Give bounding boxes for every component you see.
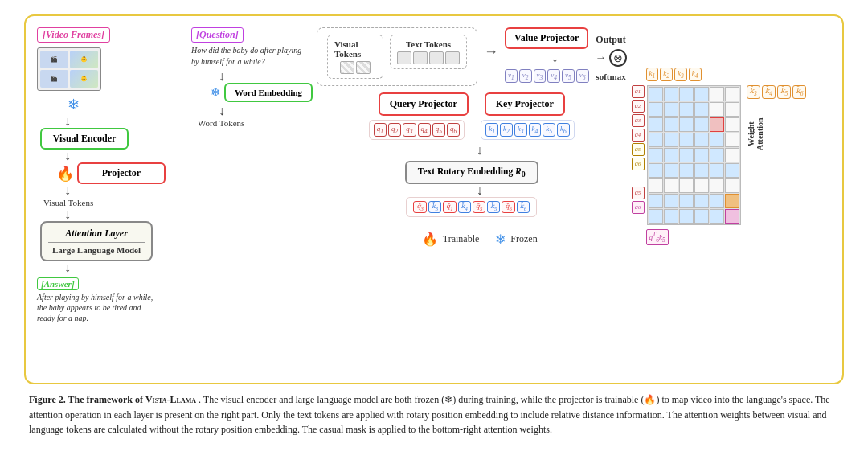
text-tokens-header: Text Tokens: [406, 39, 451, 49]
arrow-down-3: ↓: [64, 184, 71, 197]
q-tok-2: q2: [388, 123, 401, 137]
page-container: [Video Frames] 🎬 👶 🎬 👶 ❄ ↓ Visual Encode…: [0, 0, 868, 452]
q-tok-6: q6: [447, 123, 460, 137]
frozen-label: Frozen: [510, 233, 537, 245]
k-tok-4: k4: [529, 123, 542, 137]
visual-tokens-header: Visual Tokens: [334, 39, 376, 59]
snowflake-icon-word: ❄: [211, 85, 221, 100]
qk-k4: k̄4: [458, 201, 471, 213]
qk-q3: q̄3: [413, 201, 426, 213]
video-frames-label: [Video Frames]: [37, 27, 110, 43]
caption-name: Vista-Llama: [145, 394, 196, 405]
q-tok-5: q5: [432, 123, 445, 137]
trainable-label: Trainable: [443, 233, 480, 245]
video-frame-1: 🎬: [40, 51, 68, 68]
q-side-4: q4: [632, 129, 645, 142]
diagram-area: [Video Frames] 🎬 👶 🎬 👶 ❄ ↓ Visual Encode…: [24, 14, 844, 384]
caption-bold-text: The framework of: [68, 394, 145, 405]
arrow-down-1: ↓: [64, 115, 71, 128]
visual-encoder-box: Visual Encoder: [40, 128, 129, 150]
value-projector-box: Value Projector: [505, 27, 588, 49]
qk-k3: k̄3: [428, 201, 441, 213]
mid-left-column: [Question] How did the baby do after pla…: [191, 24, 312, 375]
output-label: Output: [596, 34, 625, 46]
query-projector-box: Query Projector: [379, 92, 469, 116]
q-side-5: q5: [632, 143, 645, 156]
attention-weight-label: AttentionWeight: [747, 102, 764, 166]
figure-number: Figure 2.: [29, 394, 68, 405]
v-token-1: v1: [505, 69, 518, 83]
k-top-2: k2: [660, 68, 673, 81]
text-token-2: [413, 51, 428, 64]
attention-layer-label: Attention Layer: [48, 228, 145, 240]
flame-icon-projector: 🔥: [56, 165, 74, 183]
q-side-labels: q1 q2 q3 q4 q5 q6 q5 q6: [632, 85, 645, 214]
v-token-6: v6: [576, 69, 589, 83]
k-tok-3: k3: [514, 123, 527, 137]
qk-k5: k̄5: [487, 201, 500, 213]
right-column: k1 k2 k3 k4 q1 q2 q3 q4 q5 q6 q5: [632, 24, 857, 375]
answer-label: [Answer]: [37, 277, 79, 290]
k-right-3: k̄3: [747, 85, 760, 99]
frozen-legend: ❄ Frozen: [495, 232, 537, 247]
question-text: How did the baby do after playing by him…: [191, 45, 304, 68]
arrow-down-2: ↓: [64, 150, 71, 162]
qk-q1: q̄1: [443, 201, 456, 213]
trainable-legend: 🔥 Trainable: [422, 232, 480, 247]
k-tok-5: k5: [542, 123, 555, 137]
word-embedding-box: Word Embedding: [224, 83, 313, 102]
qk-k6: k̄6: [517, 201, 530, 213]
visual-token-1: [340, 61, 354, 74]
visual-tokens-group: Visual Tokens: [327, 35, 383, 79]
v-token-2: v2: [519, 69, 532, 83]
center-column: Visual Tokens Text Tokens: [317, 24, 627, 375]
arrow-to-rotary: ↓: [477, 144, 483, 157]
k-right-6: k̄6: [792, 85, 806, 99]
text-token-4: [445, 51, 460, 64]
rotary-box: Text Rotary Embedding Rθ: [405, 161, 538, 184]
llm-label: Large Language Model: [48, 245, 145, 255]
tokens-box: Visual Tokens Text Tokens: [317, 27, 477, 86]
video-frames-box: 🎬 👶 🎬 👶: [37, 47, 101, 91]
word-tokens-label: Word Tokens: [198, 118, 244, 128]
q-side-1: q1: [632, 85, 645, 98]
arrow-down-5: ↓: [64, 261, 71, 274]
qk-q5: q̄5: [473, 201, 485, 213]
visual-token-cells: [340, 61, 371, 74]
answer-text: After playing by himself for a while, th…: [37, 292, 158, 323]
k-tok-2: k2: [500, 123, 513, 137]
key-projector-box: Key Projector: [485, 92, 565, 116]
arrow-down-4: ↓: [64, 208, 71, 221]
video-frame-2: 👶: [70, 51, 98, 68]
attention-model-box: Attention Layer Large Language Model: [40, 221, 153, 261]
arrow-down-q1: ↓: [219, 70, 225, 83]
q-side-3: q3: [632, 114, 645, 127]
visual-token-2: [356, 61, 371, 74]
snowflake-icon-visual: ❄: [68, 96, 80, 113]
q-tok-1: q1: [374, 123, 387, 137]
arrow-down-q2: ↓: [219, 105, 225, 117]
text-tokens-group: Text Tokens: [390, 35, 467, 69]
left-column: [Video Frames] 🎬 👶 🎬 👶 ❄ ↓ Visual Encode…: [34, 24, 194, 375]
qk-q6: q̄6: [502, 201, 514, 213]
multiply-circle: ⊗: [609, 49, 627, 67]
legend-row: 🔥 Trainable ❄ Frozen: [406, 232, 538, 247]
q-side-9: q6: [632, 201, 645, 214]
q-side-2: q2: [632, 100, 645, 113]
k-top-3: k3: [674, 68, 687, 81]
arrow-from-value: ↓: [551, 51, 558, 64]
video-frame-3: 🎬: [40, 70, 68, 88]
k-right-4: k̄4: [762, 85, 776, 99]
visual-tokens-label: Visual Tokens: [43, 198, 93, 207]
text-token-1: [397, 51, 411, 64]
snowflake-icon-legend: ❄: [495, 232, 506, 247]
v-token-3: v3: [534, 69, 547, 83]
rotary-label: Text Rotary Embedding Rθ: [418, 166, 526, 176]
q-tok-3: q3: [403, 123, 416, 137]
k-top-4: k4: [689, 68, 702, 81]
softmax-label: softmax: [596, 72, 625, 81]
q-side-6: q6: [632, 158, 645, 170]
q-tok-4: q4: [418, 123, 431, 137]
v-tokens-row: v1 v2 v3 v4 v5 v6: [505, 69, 589, 83]
flame-icon-legend: 🔥: [422, 232, 438, 247]
